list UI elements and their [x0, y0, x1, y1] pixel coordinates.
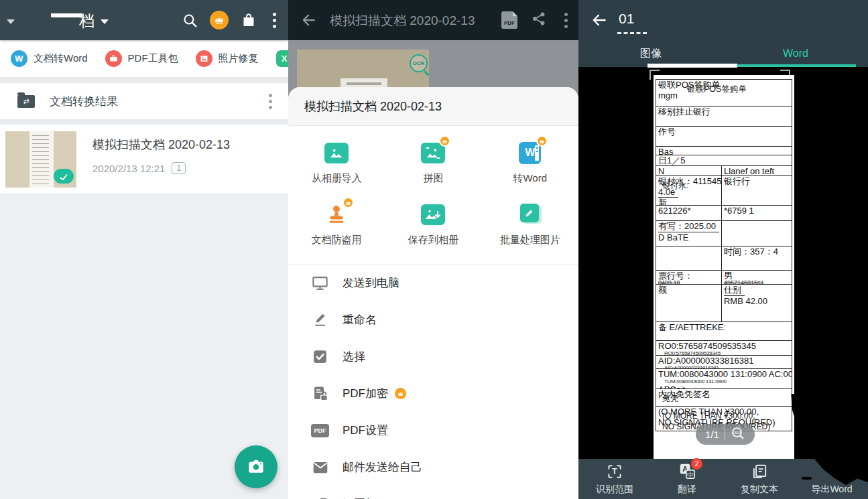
ocr-table-cell: 票行号：0409.10 — [656, 271, 721, 284]
black-blob-overlay — [802, 477, 812, 480]
dimmed-app-bar: 模拟扫描文档 2020-02-13 PDF — [288, 0, 578, 40]
sheet-list-email[interactable]: 邮件发送给自己 — [288, 449, 578, 486]
save-image-icon — [418, 201, 448, 228]
toolbar-label: 翻译 — [678, 484, 696, 496]
briefcase-circle-icon — [105, 50, 122, 67]
ocr-table-cell: 银联POS签购单银联POS签购单mgm — [656, 80, 792, 106]
sheet-list-rename[interactable]: 重命名 — [288, 301, 578, 338]
ocr-text-line: TUM:0080043000 131:0900 AC:00F — [656, 369, 792, 380]
toolbar-label: 导出Word — [811, 484, 852, 496]
page-indicator-pill[interactable]: 1/1 OCR — [696, 424, 755, 445]
ocr-table-row: 银联POS签购单银联POS签购单mgm — [656, 80, 792, 106]
ocr-text-line: APCait — [656, 384, 792, 388]
shopping-bag-icon[interactable] — [240, 11, 257, 29]
notification-badge: 2 — [691, 458, 702, 470]
document-name[interactable]: 01 — [619, 11, 634, 27]
ocr-word-page[interactable]: 银联POS签购单银联POS签购单mgm移别挂止银行作号Bas日1／5NLlane… — [654, 75, 794, 459]
ocr-result-screen: 01 图像 Word 银联POS签购单银联POS签购单mgm移别挂止银行作号Ba… — [578, 0, 868, 499]
sheet-list-pdf-badge[interactable]: PDF PDF设置 — [288, 412, 578, 449]
action-label: 批量处理图片 — [500, 234, 560, 246]
toolbar-translate[interactable]: A中 2 翻译 — [651, 459, 723, 499]
ocr-text-line: 票行号：0409.10 — [656, 271, 721, 281]
sheet-action-stamp[interactable]: 文档防盗用 — [288, 194, 385, 256]
folder-name: 文档转换结果 — [50, 94, 118, 109]
toolbar-copy[interactable]: 复制文本 — [723, 459, 796, 499]
sheet-action-grid: 从相册导入 拼图W 转Word 文档防盗用 保存到相册 批量处理图片 — [288, 126, 578, 256]
toolbar-item-4[interactable]: X — [276, 50, 288, 67]
ocr-table-row: 银杪水：411545银付水:4.0e新银行行 — [656, 176, 792, 206]
document-list-item[interactable]: 模拟扫描文档 2020-02-13 2020/2/13 12:21 1 — [0, 125, 288, 194]
ocr-badge-icon[interactable]: OCR — [410, 54, 428, 72]
edge-caret-icon[interactable] — [7, 19, 15, 24]
overflow-menu-icon[interactable] — [560, 13, 572, 28]
ocr-text-line: 有写：2025.00 — [656, 221, 721, 232]
ocr-text-line: 银杪水：411545银付水: — [656, 176, 721, 187]
ocr-table-cell: 仕别RMB 42.00 — [721, 285, 792, 322]
svg-text:T: T — [612, 467, 617, 476]
sheet-list-select[interactable]: 选择 — [288, 338, 578, 375]
sheet-action-save-image[interactable]: 保存到相册 — [385, 194, 481, 256]
ocr-table-cell: Llanef on teft — [721, 166, 792, 175]
premium-crown-icon[interactable] — [210, 11, 229, 29]
ocr-text-line: Llanef on teft — [722, 166, 792, 175]
ocr-zoom-icon[interactable]: OCR — [731, 426, 745, 443]
share-icon[interactable] — [531, 11, 547, 29]
ocr-table-row: RO0:5765874509535345RO0:5765874509535345 — [656, 341, 792, 356]
ocr-text-line: 新 — [656, 198, 721, 205]
ocr-table-cell: 额 — [656, 285, 721, 322]
overflow-menu-icon[interactable] — [269, 13, 280, 28]
toolbar-item-3[interactable]: 照片修复 — [196, 50, 259, 67]
left-app-bar: 档 — [0, 0, 288, 40]
divider — [0, 119, 288, 125]
sheet-action-image[interactable]: 从相册导入 — [288, 133, 385, 194]
sheet-action-collage[interactable]: 拼图 — [385, 133, 481, 194]
sheet-action-word-doc[interactable]: W 转Word — [482, 133, 578, 194]
search-icon[interactable] — [181, 11, 198, 29]
ocr-ghost-text: 免凭 — [662, 395, 678, 403]
folder-menu-icon[interactable] — [265, 94, 276, 109]
ocr-ghost-text: 4957145015s1 — [724, 279, 764, 284]
action-label: 文档防盗用 — [312, 234, 362, 246]
ocr-frame-icon: T — [605, 463, 624, 480]
sheet-list-pdf-lock[interactable]: PDF加密 — [288, 375, 578, 412]
action-label: 从相册导入 — [312, 172, 362, 185]
premium-crown-icon — [439, 135, 450, 147]
ocr-table-row: TUM:0080043000 131:0900 AC:00FTUM:008004… — [656, 369, 792, 389]
camera-fab[interactable] — [235, 445, 277, 488]
dimmed-content: OCR — [288, 40, 578, 91]
tab-word[interactable]: Word — [723, 40, 868, 67]
folder-item[interactable]: ⇄ 文档转换结果 — [0, 83, 288, 119]
svg-text:中: 中 — [687, 471, 694, 478]
email-icon — [311, 458, 329, 476]
ocr-table: 银联POS签购单银联POS签购单mgm移别挂止银行作号Bas日1／5NLlane… — [656, 79, 792, 431]
pdf-badge-icon: PDF — [311, 421, 329, 439]
ocr-text-line: 男4957145015s1 — [722, 271, 792, 281]
sheet-action-batch-edit[interactable]: 批量处理图片 — [482, 194, 578, 256]
premium-crown-icon — [343, 197, 354, 208]
document-timestamp: 2020/2/13 12:21 — [92, 163, 165, 174]
toolbar-ocr-frame[interactable]: T 识别范围 — [578, 459, 651, 499]
toolbar-item-2[interactable]: PDF工具包 — [105, 50, 178, 67]
cloud-synced-icon — [54, 169, 74, 184]
back-icon[interactable] — [591, 11, 608, 31]
ocr-table-cell: TUM:0080043000 131:0900 AC:00FTUM:008004… — [656, 369, 792, 388]
collage-icon — [418, 139, 448, 166]
ocr-table-cell: 移别挂止银行 — [656, 106, 792, 126]
back-icon[interactable] — [300, 11, 318, 31]
sheet-list-tag[interactable]: 设置标签 — [288, 486, 578, 499]
excel-circle-icon: X — [276, 50, 288, 67]
sheet-list-computer[interactable]: 发送到电脑 — [288, 265, 578, 301]
pdf-icon[interactable]: PDF — [501, 11, 517, 29]
ocr-text-line: 银联POS签购单银联POS签购单 — [656, 80, 792, 90]
page-title[interactable]: 档 — [79, 11, 95, 31]
pdf-lock-icon — [311, 384, 329, 403]
ocr-text-line: mgm — [656, 90, 792, 101]
chevron-down-icon[interactable] — [101, 19, 109, 24]
sheet-title: 模拟扫描文档 2020-02-13 — [304, 98, 442, 115]
toolbar-item-1[interactable]: W文档转Word — [11, 50, 88, 67]
ocr-text-line: 内内免凭签名免凭 — [656, 389, 792, 400]
tab-image[interactable]: 图像 — [578, 40, 723, 67]
document-thumbnail[interactable] — [5, 131, 76, 188]
result-tabs: 图像 Word — [578, 40, 868, 67]
ocr-table-row: AID:A000000333816381AID:A000000333816381 — [656, 356, 792, 369]
